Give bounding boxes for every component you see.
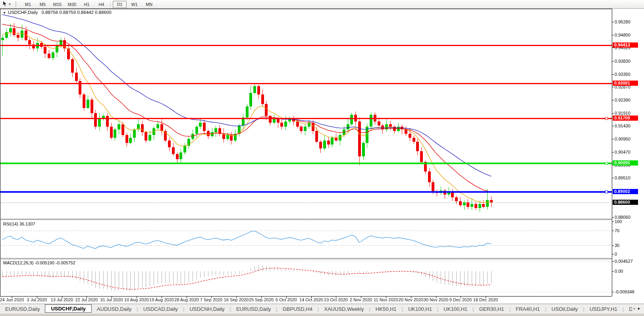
- hline-price-label[interactable]: 0.93001: [613, 81, 638, 86]
- macd-indicator-label: MACD(12,26,9) -0.005190 -0.005752: [3, 260, 75, 265]
- price-tick-label: 0.91430: [615, 123, 631, 128]
- symbol-tab-eurusd-5[interactable]: EURUSD,Daily: [231, 305, 276, 313]
- timeframe-button-d1[interactable]: D1: [113, 1, 127, 8]
- status-strip: [0, 313, 644, 316]
- hline-price-label[interactable]: 0.94413: [613, 42, 638, 48]
- symbol-tab-dj30-15[interactable]: DJ30,Daily: [624, 305, 632, 313]
- timeframe-button-m5[interactable]: M5: [36, 1, 50, 8]
- timeframe-button-w1[interactable]: W1: [127, 1, 141, 8]
- date-axis-label: 18 Dec 2020: [470, 297, 501, 302]
- timeframe-toolbar: ▼ M1M5M15M30H1H4D1W1MN: [0, 0, 644, 9]
- chart-ohlc-values: 0.88756 0.88759 0.88442 0.88600: [42, 10, 112, 15]
- price-tick-label: 0.92390: [615, 98, 631, 102]
- rsi-tick-label: 0: [615, 252, 617, 256]
- symbol-tab-ger30-11[interactable]: GER30,H1: [474, 305, 509, 313]
- price-tick-label: 0.91910: [615, 111, 631, 116]
- toolbar-drag-handle[interactable]: [15, 2, 18, 7]
- symbol-tab-usdcad-3[interactable]: USDCAD,Daily: [138, 305, 183, 313]
- timeframe-button-m1[interactable]: M1: [21, 1, 35, 8]
- chevron-down-icon: ▼: [8, 3, 11, 6]
- timeframe-buttons: M1M5M15M30H1H4D1W1MN: [21, 1, 156, 8]
- hline-price-label[interactable]: 0.91709: [613, 116, 638, 121]
- chart-canvas[interactable]: [0, 0, 644, 316]
- chart-menu-triangle-icon[interactable]: ▼: [3, 11, 6, 15]
- hline-price-label[interactable]: 0.90055: [613, 160, 638, 166]
- timeframe-button-h4[interactable]: H4: [94, 1, 108, 8]
- symbol-tab-gbpusd-6[interactable]: GBPUSD,H4: [278, 305, 318, 313]
- chart-symbol-period: USDCHF,Daily: [8, 10, 38, 15]
- price-tick-label: 0.94800: [615, 33, 631, 37]
- tab-scroll-right-icon[interactable]: ►: [637, 306, 642, 310]
- timeframe-button-m15[interactable]: M15: [50, 1, 64, 8]
- macd-tick-label: 0.004527: [615, 259, 633, 264]
- symbol-tab-usdcnh-4[interactable]: USDCNH,Daily: [184, 305, 229, 313]
- timeframe-button-m30[interactable]: M30: [65, 1, 79, 8]
- toolbar-separator: [110, 2, 111, 7]
- symbol-tabbar: EURUSD,DailyUSDCHF,DailyAUDUSD,Daily|USD…: [0, 304, 644, 314]
- tab-scroll-arrows: ◄►: [632, 306, 642, 310]
- symbol-tab-uk100-9[interactable]: UK100,H1: [403, 305, 437, 313]
- timeframe-button-mn[interactable]: MN: [142, 1, 156, 8]
- symbol-tab-audusd-2[interactable]: AUDUSD,Daily: [92, 305, 137, 313]
- price-tick-label: 0.93350: [615, 72, 631, 77]
- price-tick-label: 0.89510: [615, 175, 631, 180]
- symbol-tab-usoil-13[interactable]: USOil,Daily: [546, 305, 583, 313]
- timeframe-button-h1[interactable]: H1: [80, 1, 94, 8]
- price-tick-label: 0.90470: [615, 150, 631, 154]
- hline-price-label[interactable]: 0.89002: [613, 189, 638, 194]
- mt4-window: ▼ M1M5M15M30H1H4D1W1MN ▼ USDCHF,Daily 0.…: [0, 0, 644, 316]
- symbol-tabs: EURUSD,DailyUSDCHF,DailyAUDUSD,Daily|USD…: [0, 304, 632, 314]
- cursor-tool-button[interactable]: ▼: [2, 1, 12, 8]
- symbol-tab-uk100-10[interactable]: UK100,H1: [438, 305, 472, 313]
- symbol-tab-usdjpy-14[interactable]: USDJPY,H1: [584, 305, 623, 313]
- rsi-indicator-label: RSI(14) 36.1307: [3, 222, 35, 226]
- symbol-tab-eurusd-0[interactable]: EURUSD,Daily: [0, 305, 45, 313]
- rsi-tick-label: 100: [615, 219, 622, 224]
- tab-scroll-left-icon[interactable]: ◄: [632, 306, 637, 310]
- chart-title: ▼ USDCHF,Daily 0.88756 0.88759 0.88442 0…: [3, 10, 112, 15]
- symbol-tab-xauusd-7[interactable]: XAUUSD,Weekly: [319, 305, 369, 313]
- rsi-tick-label: 30: [615, 243, 619, 248]
- macd-tick-label: -0.009348: [615, 289, 634, 294]
- rsi-tick-label: 70: [615, 228, 619, 233]
- current-price-label: 0.88600: [613, 200, 638, 205]
- symbol-tab-hk50-8[interactable]: HK50,H1: [370, 305, 402, 313]
- symbol-tab-fra40-12[interactable]: FRA40,H1: [511, 305, 545, 313]
- price-tick-label: 0.90950: [615, 137, 631, 141]
- symbol-tab-usdchf-1[interactable]: USDCHF,Daily: [45, 304, 91, 313]
- macd-tick-label: 0.00: [615, 269, 623, 274]
- price-tick-label: 0.93830: [615, 59, 631, 64]
- price-tick-label: 0.95280: [615, 19, 631, 24]
- pointer-cursor-icon: [3, 1, 7, 8]
